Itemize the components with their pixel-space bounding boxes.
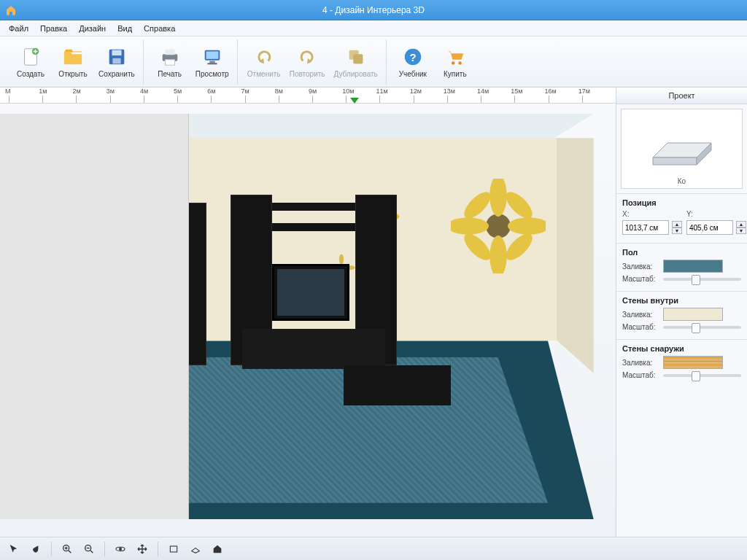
section-floor: Пол Заливка: Масштаб: — [616, 243, 747, 291]
ruler-tick: 2м — [72, 88, 80, 95]
canvas-column: М 1м 2м 3м 4м 5м 6м 7м 8м 9м 10м 11м 12м… — [0, 88, 616, 537]
properties-panel: Проект Ко Позиция X: ▲▼ Y: — [616, 88, 747, 537]
ruler-tick: 5м — [174, 88, 182, 95]
walls-out-scale-slider[interactable] — [663, 374, 741, 377]
ruler-tick: 7м — [241, 88, 249, 95]
ruler-marker[interactable] — [350, 98, 359, 104]
ruler-tick: 15м — [511, 88, 522, 95]
zoom-out-tool[interactable] — [80, 540, 98, 558]
svg-rect-53 — [170, 546, 177, 552]
ruler-tick: 17м — [578, 88, 590, 95]
svg-rect-3 — [112, 50, 121, 56]
menu-edit[interactable]: Правка — [34, 23, 73, 34]
tab-project[interactable]: Проект — [616, 88, 747, 104]
save-button[interactable]: Сохранить — [95, 41, 139, 83]
walls-in-fill-swatch[interactable] — [663, 308, 723, 321]
ruler-tick: М — [5, 88, 11, 95]
home-view-tool[interactable] — [208, 540, 227, 558]
menu-design[interactable]: Дизайн — [73, 23, 112, 34]
svg-rect-7 — [165, 60, 174, 66]
svg-point-52 — [119, 548, 122, 551]
ruler-tick: 14м — [477, 88, 489, 95]
wallpaper-flower-icon — [451, 179, 546, 273]
duplicate-button[interactable]: Дублировать — [330, 41, 382, 83]
svg-point-42 — [339, 254, 344, 265]
ruler-tick: 1м — [39, 88, 47, 95]
open-button[interactable]: Открыть — [53, 41, 93, 83]
object-preview: Ко — [621, 109, 743, 189]
svg-point-27 — [487, 214, 511, 238]
top-view-tool[interactable] — [186, 540, 205, 558]
svg-point-16 — [452, 61, 455, 65]
x-label: X: — [622, 210, 682, 218]
svg-point-28 — [490, 179, 507, 217]
section-walls-inside: Стены внутри Заливка: Масштаб: — [616, 291, 747, 339]
print-button[interactable]: Печать — [150, 41, 190, 83]
undo-icon — [252, 45, 276, 69]
section-position: Позиция X: ▲▼ Y: ▲▼ — [616, 193, 747, 243]
tutorial-button[interactable]: ? Учебник — [392, 41, 433, 83]
pointer-tool[interactable] — [4, 540, 23, 558]
svg-point-31 — [508, 217, 546, 234]
svg-point-30 — [451, 217, 489, 234]
svg-text:?: ? — [409, 51, 416, 63]
preview-caption: Ко — [678, 176, 686, 188]
ruler-tick: 13м — [444, 88, 455, 95]
y-spinner[interactable]: ▲▼ — [736, 221, 746, 234]
create-button[interactable]: Создать — [10, 41, 51, 83]
monitor-icon — [201, 45, 224, 69]
pan-tool[interactable] — [26, 540, 45, 558]
undo-button[interactable]: Отменить — [244, 41, 285, 83]
redo-button[interactable]: Повторить — [286, 41, 329, 83]
walls-out-fill-swatch[interactable] — [663, 356, 723, 369]
ruler-tick: 11м — [376, 88, 387, 95]
ruler-tick: 4м — [140, 88, 148, 95]
walls-in-scale-slider[interactable] — [663, 326, 741, 329]
position-x-input[interactable] — [622, 220, 669, 235]
ruler-tick: 9м — [309, 88, 317, 95]
y-label: Y: — [686, 210, 746, 218]
main-area: М 1м 2м 3м 4м 5м 6м 7м 8м 9м 10м 11м 12м… — [0, 88, 747, 537]
ruler-tick: 6м — [207, 88, 215, 95]
ruler-tick: 16м — [545, 88, 557, 95]
room-render — [10, 114, 605, 519]
preview-button[interactable]: Просмотр — [192, 41, 233, 83]
title-bar: 4 - Дизайн Интерьера 3D — [0, 0, 747, 20]
printer-icon — [158, 45, 182, 69]
redo-icon — [295, 45, 319, 69]
cart-icon — [444, 45, 467, 69]
ruler-tick: 8м — [275, 88, 283, 95]
help-icon: ? — [401, 45, 425, 69]
folder-open-icon — [61, 45, 85, 69]
viewport-3d[interactable] — [0, 104, 616, 537]
section-walls-outside: Стены снаружи Заливка: Масштаб: — [616, 339, 747, 387]
main-toolbar: Создать Открыть Сохранить Печать Прос — [0, 36, 747, 88]
save-icon — [105, 45, 128, 69]
svg-rect-13 — [353, 54, 363, 63]
position-y-input[interactable] — [686, 220, 733, 235]
orbit-tool[interactable] — [111, 540, 130, 558]
menu-view[interactable]: Вид — [112, 23, 138, 34]
buy-button[interactable]: Купить — [435, 41, 476, 83]
app-icon — [4, 4, 18, 17]
duplicate-icon — [344, 45, 368, 69]
menu-help[interactable]: Справка — [138, 23, 181, 34]
svg-rect-9 — [206, 52, 218, 59]
horizontal-ruler: М 1м 2м 3м 4м 5м 6м 7м 8м 9м 10м 11м 12м… — [0, 88, 616, 104]
zoom-in-tool[interactable] — [58, 540, 77, 558]
menu-file[interactable]: Файл — [3, 23, 34, 34]
move-tool[interactable] — [133, 540, 152, 558]
svg-rect-4 — [112, 58, 120, 64]
floor-scale-slider[interactable] — [663, 278, 741, 281]
ruler-tick: 10м — [342, 88, 354, 95]
view-toolbar — [0, 537, 747, 560]
svg-point-29 — [490, 236, 507, 273]
svg-marker-47 — [653, 158, 697, 165]
x-spinner[interactable]: ▲▼ — [672, 221, 682, 234]
front-view-tool[interactable] — [164, 540, 183, 558]
svg-rect-10 — [209, 61, 215, 63]
floor-fill-swatch[interactable] — [663, 260, 723, 273]
menu-bar: Файл Правка Дизайн Вид Справка — [0, 20, 747, 36]
svg-point-17 — [458, 61, 462, 65]
window-title: 4 - Дизайн Интерьера 3D — [322, 5, 425, 15]
